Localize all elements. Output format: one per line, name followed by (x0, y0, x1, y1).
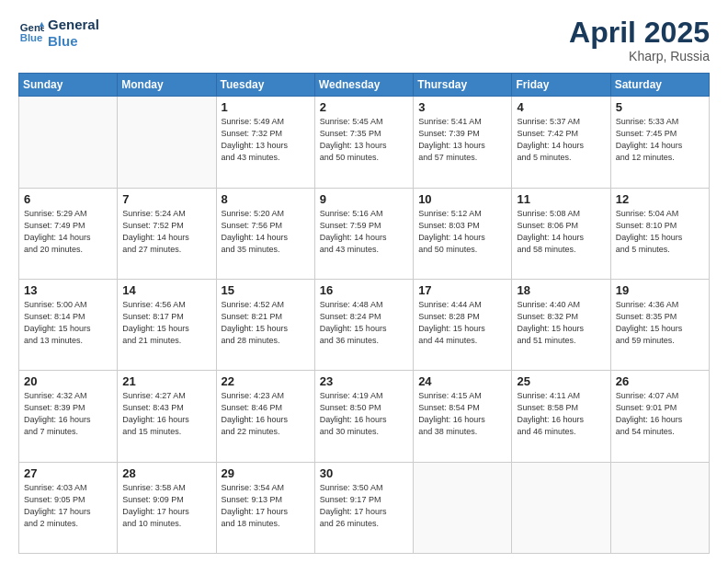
calendar-table: SundayMondayTuesdayWednesdayThursdayFrid… (18, 73, 710, 554)
calendar-cell: 13Sunrise: 5:00 AM Sunset: 8:14 PM Dayli… (19, 279, 118, 370)
day-number: 10 (418, 192, 506, 206)
day-number: 11 (517, 192, 605, 206)
day-number: 1 (222, 100, 310, 114)
day-number: 14 (122, 283, 210, 297)
logo-general: General (48, 17, 99, 33)
weekday-header: Saturday (610, 74, 709, 97)
calendar-cell (512, 462, 610, 553)
title-block: April 2025 Kharp, Russia (569, 17, 710, 63)
calendar-cell (19, 97, 118, 188)
month-title: April 2025 (569, 17, 710, 49)
day-number: 13 (24, 283, 112, 297)
calendar-cell (414, 462, 512, 553)
svg-text:Blue: Blue (20, 32, 43, 43)
calendar-week-row: 13Sunrise: 5:00 AM Sunset: 8:14 PM Dayli… (19, 279, 710, 370)
location: Kharp, Russia (569, 49, 710, 63)
calendar-week-row: 20Sunrise: 4:32 AM Sunset: 8:39 PM Dayli… (19, 371, 710, 462)
cell-info: Sunrise: 5:29 AM Sunset: 7:49 PM Dayligh… (24, 208, 112, 256)
calendar-cell: 12Sunrise: 5:04 AM Sunset: 8:10 PM Dayli… (610, 188, 709, 279)
day-number: 17 (418, 283, 506, 297)
day-number: 2 (320, 100, 408, 114)
calendar-cell: 11Sunrise: 5:08 AM Sunset: 8:06 PM Dayli… (512, 188, 610, 279)
calendar-cell: 21Sunrise: 4:27 AM Sunset: 8:43 PM Dayli… (118, 371, 216, 462)
logo-blue: Blue (48, 33, 99, 50)
day-number: 12 (616, 192, 704, 206)
calendar-cell: 5Sunrise: 5:33 AM Sunset: 7:45 PM Daylig… (610, 97, 709, 188)
calendar-cell: 3Sunrise: 5:41 AM Sunset: 7:39 PM Daylig… (414, 97, 512, 188)
weekday-header: Thursday (414, 74, 512, 97)
calendar-cell: 10Sunrise: 5:12 AM Sunset: 8:03 PM Dayli… (414, 188, 512, 279)
day-number: 15 (222, 283, 310, 297)
cell-info: Sunrise: 4:23 AM Sunset: 8:46 PM Dayligh… (222, 390, 310, 438)
calendar-cell (118, 97, 216, 188)
day-number: 16 (320, 283, 408, 297)
calendar-cell: 26Sunrise: 4:07 AM Sunset: 9:01 PM Dayli… (610, 371, 709, 462)
day-number: 25 (517, 374, 605, 388)
calendar-header-row: SundayMondayTuesdayWednesdayThursdayFrid… (19, 74, 710, 97)
calendar-cell: 20Sunrise: 4:32 AM Sunset: 8:39 PM Dayli… (19, 371, 118, 462)
calendar-cell: 27Sunrise: 4:03 AM Sunset: 9:05 PM Dayli… (19, 462, 118, 553)
cell-info: Sunrise: 5:49 AM Sunset: 7:32 PM Dayligh… (222, 116, 310, 164)
day-number: 26 (616, 374, 704, 388)
cell-info: Sunrise: 4:03 AM Sunset: 9:05 PM Dayligh… (24, 482, 112, 530)
calendar-cell: 8Sunrise: 5:20 AM Sunset: 7:56 PM Daylig… (216, 188, 314, 279)
cell-info: Sunrise: 4:36 AM Sunset: 8:35 PM Dayligh… (616, 299, 704, 347)
calendar-cell: 19Sunrise: 4:36 AM Sunset: 8:35 PM Dayli… (610, 279, 709, 370)
cell-info: Sunrise: 4:07 AM Sunset: 9:01 PM Dayligh… (616, 390, 704, 438)
calendar-cell: 2Sunrise: 5:45 AM Sunset: 7:35 PM Daylig… (314, 97, 413, 188)
day-number: 20 (24, 374, 112, 388)
calendar-cell: 6Sunrise: 5:29 AM Sunset: 7:49 PM Daylig… (19, 188, 118, 279)
cell-info: Sunrise: 4:52 AM Sunset: 8:21 PM Dayligh… (222, 299, 310, 347)
calendar-cell: 9Sunrise: 5:16 AM Sunset: 7:59 PM Daylig… (314, 188, 413, 279)
cell-info: Sunrise: 4:44 AM Sunset: 8:28 PM Dayligh… (418, 299, 506, 347)
cell-info: Sunrise: 5:08 AM Sunset: 8:06 PM Dayligh… (517, 208, 605, 256)
cell-info: Sunrise: 3:58 AM Sunset: 9:09 PM Dayligh… (122, 482, 210, 530)
cell-info: Sunrise: 4:32 AM Sunset: 8:39 PM Dayligh… (24, 390, 112, 438)
day-number: 4 (517, 100, 605, 114)
cell-info: Sunrise: 5:37 AM Sunset: 7:42 PM Dayligh… (517, 116, 605, 164)
calendar-cell: 23Sunrise: 4:19 AM Sunset: 8:50 PM Dayli… (314, 371, 413, 462)
cell-info: Sunrise: 4:15 AM Sunset: 8:54 PM Dayligh… (418, 390, 506, 438)
logo: General Blue General Blue (18, 17, 99, 50)
cell-info: Sunrise: 5:33 AM Sunset: 7:45 PM Dayligh… (616, 116, 704, 164)
calendar-cell: 4Sunrise: 5:37 AM Sunset: 7:42 PM Daylig… (512, 97, 610, 188)
cell-info: Sunrise: 5:04 AM Sunset: 8:10 PM Dayligh… (616, 208, 704, 256)
day-number: 9 (320, 192, 408, 206)
day-number: 3 (418, 100, 506, 114)
day-number: 27 (24, 466, 112, 480)
calendar-cell: 28Sunrise: 3:58 AM Sunset: 9:09 PM Dayli… (118, 462, 216, 553)
calendar-cell: 30Sunrise: 3:50 AM Sunset: 9:17 PM Dayli… (314, 462, 413, 553)
calendar-cell: 17Sunrise: 4:44 AM Sunset: 8:28 PM Dayli… (414, 279, 512, 370)
weekday-header: Wednesday (314, 74, 413, 97)
cell-info: Sunrise: 4:56 AM Sunset: 8:17 PM Dayligh… (122, 299, 210, 347)
calendar-cell: 15Sunrise: 4:52 AM Sunset: 8:21 PM Dayli… (216, 279, 314, 370)
cell-info: Sunrise: 3:54 AM Sunset: 9:13 PM Dayligh… (222, 482, 310, 530)
calendar-cell: 7Sunrise: 5:24 AM Sunset: 7:52 PM Daylig… (118, 188, 216, 279)
day-number: 24 (418, 374, 506, 388)
cell-info: Sunrise: 5:00 AM Sunset: 8:14 PM Dayligh… (24, 299, 112, 347)
calendar-cell: 24Sunrise: 4:15 AM Sunset: 8:54 PM Dayli… (414, 371, 512, 462)
page-header: General Blue General Blue April 2025 Kha… (18, 17, 710, 63)
day-number: 21 (122, 374, 210, 388)
day-number: 30 (320, 466, 408, 480)
cell-info: Sunrise: 4:11 AM Sunset: 8:58 PM Dayligh… (517, 390, 605, 438)
cell-info: Sunrise: 5:16 AM Sunset: 7:59 PM Dayligh… (320, 208, 408, 256)
calendar-cell: 25Sunrise: 4:11 AM Sunset: 8:58 PM Dayli… (512, 371, 610, 462)
day-number: 23 (320, 374, 408, 388)
weekday-header: Sunday (19, 74, 118, 97)
cell-info: Sunrise: 5:20 AM Sunset: 7:56 PM Dayligh… (222, 208, 310, 256)
cell-info: Sunrise: 5:45 AM Sunset: 7:35 PM Dayligh… (320, 116, 408, 164)
calendar-week-row: 1Sunrise: 5:49 AM Sunset: 7:32 PM Daylig… (19, 97, 710, 188)
day-number: 22 (222, 374, 310, 388)
day-number: 6 (24, 192, 112, 206)
cell-info: Sunrise: 5:12 AM Sunset: 8:03 PM Dayligh… (418, 208, 506, 256)
calendar-week-row: 6Sunrise: 5:29 AM Sunset: 7:49 PM Daylig… (19, 188, 710, 279)
cell-info: Sunrise: 5:24 AM Sunset: 7:52 PM Dayligh… (122, 208, 210, 256)
calendar-cell: 14Sunrise: 4:56 AM Sunset: 8:17 PM Dayli… (118, 279, 216, 370)
weekday-header: Friday (512, 74, 610, 97)
cell-info: Sunrise: 4:27 AM Sunset: 8:43 PM Dayligh… (122, 390, 210, 438)
calendar-cell: 1Sunrise: 5:49 AM Sunset: 7:32 PM Daylig… (216, 97, 314, 188)
cell-info: Sunrise: 5:41 AM Sunset: 7:39 PM Dayligh… (418, 116, 506, 164)
day-number: 19 (616, 283, 704, 297)
calendar-cell: 29Sunrise: 3:54 AM Sunset: 9:13 PM Dayli… (216, 462, 314, 553)
